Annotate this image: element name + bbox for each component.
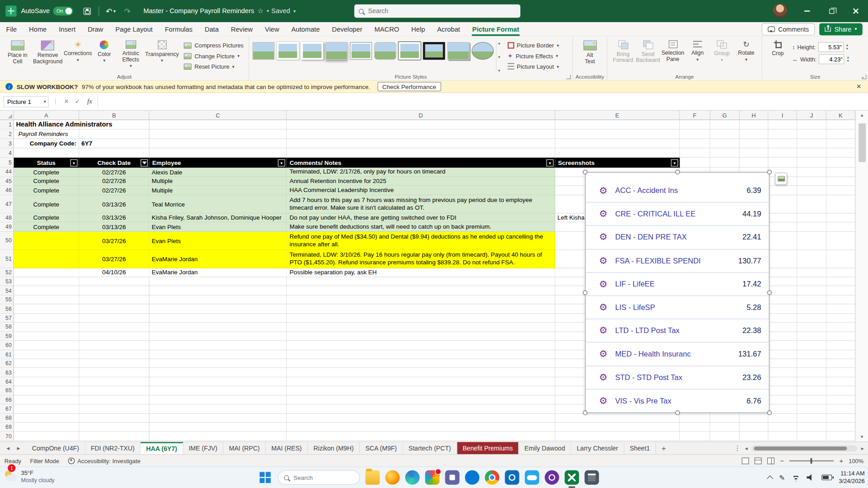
row-header[interactable]: 48 [0,213,14,222]
cell[interactable] [826,350,855,359]
cell[interactable] [287,395,555,404]
cell[interactable] [769,305,797,314]
cell[interactable] [150,305,287,314]
scroll-up-icon[interactable]: ▲ [860,111,864,120]
row-header[interactable]: 67 [0,404,14,413]
row-header[interactable]: 65 [0,386,14,395]
enter-icon[interactable]: ✓ [73,98,82,105]
cell[interactable] [769,404,797,413]
cell[interactable] [740,413,769,422]
cell[interactable] [14,341,79,350]
cell[interactable] [680,139,710,148]
cell[interactable] [797,323,826,332]
autosave-switch[interactable]: On [53,7,73,16]
status-cell[interactable]: Complete [14,177,79,186]
employee-cell[interactable]: Teal Morrice [150,195,287,213]
check-date-cell[interactable]: 02/27/26 [79,168,150,177]
group-button[interactable]: Group ▾ [710,39,734,65]
row-header[interactable]: 2 [0,130,14,139]
resize-handle[interactable] [583,291,587,295]
cell[interactable] [769,323,797,332]
cell[interactable] [769,368,797,377]
row-header[interactable]: 52 [0,268,14,277]
share-button[interactable]: Share ▾ [820,23,863,35]
formula-input[interactable] [98,96,865,107]
tab-data[interactable]: Data [198,22,225,36]
cell[interactable] [150,350,287,359]
cell[interactable] [150,296,287,305]
tab-review[interactable]: Review [225,22,259,36]
comments-cell[interactable]: Terminated, LDW: 3/10/26. Pay 16 hours r… [287,250,555,268]
rotate-button[interactable]: ↻ Rotate ▾ [734,39,759,64]
check-date-cell[interactable]: 03/13/26 [79,222,150,231]
cell[interactable] [710,432,740,441]
fx-icon[interactable]: fx [84,98,95,106]
cell[interactable] [797,404,826,413]
cell[interactable] [79,332,150,341]
cell[interactable] [797,277,826,286]
cell[interactable] [769,395,797,404]
cell[interactable] [79,296,150,305]
tab-draw[interactable]: Draw [81,22,109,36]
cell[interactable] [797,168,826,177]
cell[interactable] [680,158,710,168]
cell[interactable] [826,359,855,368]
cell[interactable] [826,377,855,386]
cell[interactable] [826,231,855,249]
status-cell[interactable] [14,231,79,249]
name-box-input[interactable] [6,98,43,105]
check-date-cell[interactable]: 03/13/26 [79,195,150,213]
gallery-down-icon[interactable]: ▾ [498,55,500,59]
cell[interactable] [740,139,769,148]
cell[interactable] [797,231,826,249]
selected-picture[interactable]: ⚙ ACC - Accident Ins 6.39 ⚙ CRE - CRITIC… [585,172,769,413]
teams-icon[interactable] [445,470,459,485]
cell[interactable] [826,296,855,305]
calculator-icon[interactable] [585,470,599,485]
firefox-icon[interactable] [385,470,400,485]
crop-button[interactable]: Crop [765,39,790,58]
cell[interactable] [797,130,826,139]
cell[interactable] [287,413,555,422]
cell[interactable] [14,350,79,359]
bring-forward-button[interactable]: Bring Forward [611,39,636,65]
skype-icon[interactable] [465,470,480,485]
cell[interactable] [826,305,855,314]
cell[interactable] [14,332,79,341]
cell[interactable] [680,432,710,441]
row-header[interactable]: 44 [0,168,14,177]
pen-icon[interactable]: ✎ [779,474,785,481]
status-cell[interactable] [14,250,79,268]
cell[interactable]: Company Code: [14,139,79,148]
cancel-icon[interactable]: ✕ [62,98,71,105]
autosave-toggle[interactable]: AutoSave On [21,7,73,16]
cell[interactable] [826,177,855,186]
cell[interactable] [14,296,79,305]
wifi-icon[interactable] [792,474,800,482]
cell[interactable] [797,359,826,368]
status-cell[interactable]: Complete [14,195,79,213]
row-header[interactable]: 68 [0,413,14,422]
row-header[interactable]: 55 [0,296,14,305]
photos-icon[interactable] [425,470,439,485]
sheet-tab-benefit-premiums[interactable]: Benefit Premiums [457,442,519,454]
cell[interactable] [797,341,826,350]
cell[interactable] [79,404,150,413]
row-header[interactable]: 3 [0,139,14,148]
check-date-cell[interactable]: 03/27/26 [79,231,150,249]
cell[interactable] [797,432,826,441]
save-button[interactable] [79,3,95,19]
cell[interactable] [826,139,855,148]
cell[interactable] [150,314,287,323]
saved-status[interactable]: Saved▾ [267,7,296,15]
row-header[interactable]: 63 [0,368,14,377]
cell[interactable] [680,120,710,130]
cell[interactable] [797,213,826,222]
cell[interactable] [797,222,826,231]
column-header[interactable]: K [826,111,855,120]
cell[interactable] [797,139,826,148]
cell[interactable] [826,413,855,422]
cell[interactable] [287,359,555,368]
tab-picture-format[interactable]: Picture Format [466,22,525,36]
cell[interactable] [826,268,855,277]
